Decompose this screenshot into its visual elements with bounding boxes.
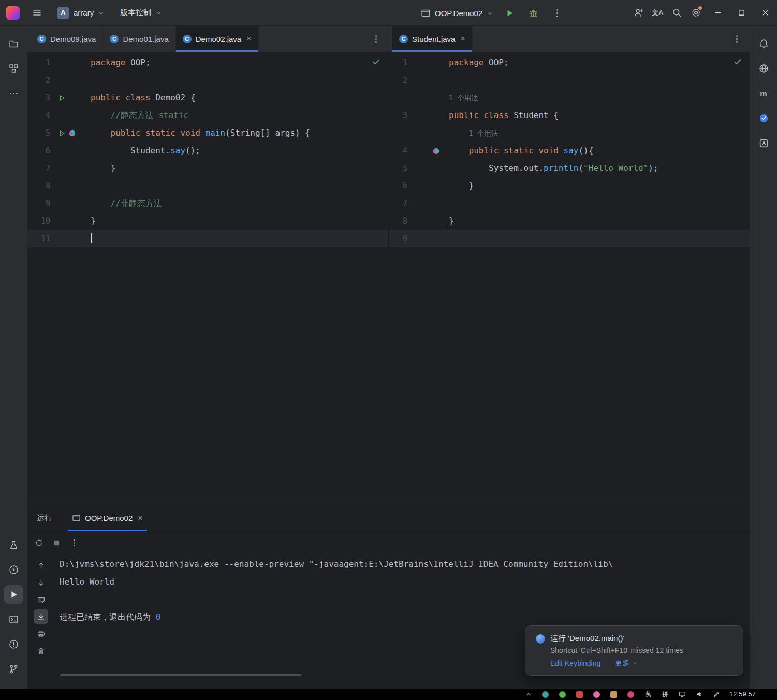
settings-button[interactable]: [686, 0, 706, 26]
terminal-tool-icon[interactable]: [4, 610, 23, 629]
code-line[interactable]: 3public class Student {: [389, 107, 750, 124]
problems-tool-icon[interactable]: [4, 635, 23, 653]
code-line[interactable]: 1package OOP;: [27, 54, 388, 71]
code-line[interactable]: 11: [27, 230, 388, 247]
print-icon[interactable]: [34, 626, 48, 641]
maven-tool-icon[interactable]: m: [754, 84, 773, 103]
taskbar-clock[interactable]: 12:59:57: [729, 691, 756, 698]
stop-button[interactable]: [49, 535, 64, 550]
ai-assistant-tool-icon[interactable]: [754, 134, 773, 152]
run-tool-icon[interactable]: [4, 585, 23, 604]
tray-app-green[interactable]: [559, 690, 567, 698]
project-selector[interactable]: A arrary: [54, 5, 108, 21]
code-line[interactable]: 7 }: [27, 159, 388, 177]
translate-button[interactable]: 文A: [648, 0, 667, 26]
code-line[interactable]: 9: [389, 230, 750, 247]
ime-mode-icon[interactable]: 拼: [661, 690, 669, 698]
tab-list-button[interactable]: [729, 31, 744, 47]
tray-volume-icon[interactable]: [695, 690, 703, 698]
editor-tab-Student.java[interactable]: CStudent.java×: [392, 26, 473, 52]
close-tab-icon[interactable]: ×: [460, 35, 465, 43]
editor-pane-student[interactable]: 1package OOP;21 个用法3public class Student…: [389, 52, 750, 505]
version-control-tool-icon[interactable]: [4, 660, 23, 678]
close-tab-icon[interactable]: ×: [246, 35, 251, 43]
code-line[interactable]: 1 个用法: [389, 124, 750, 142]
code-line[interactable]: 9 //非静态方法: [27, 195, 388, 212]
code-line[interactable]: 3public class Demo02 {: [27, 89, 388, 107]
scroll-to-end-icon[interactable]: [34, 609, 48, 624]
code-line[interactable]: 6 }: [389, 177, 750, 195]
method-gutter-icon[interactable]: [68, 129, 77, 138]
code-line[interactable]: 2: [27, 71, 388, 89]
notifications-icon[interactable]: [754, 34, 773, 53]
close-button[interactable]: [753, 0, 777, 26]
editor-pane-demo02[interactable]: 1package OOP;23public class Demo02 {4 //…: [27, 52, 389, 505]
method-gutter-icon[interactable]: [432, 147, 441, 155]
code-line[interactable]: 5 public static void main(String[] args)…: [27, 124, 388, 142]
gutter: [50, 212, 91, 230]
tab-label: Demo01.java: [123, 35, 168, 43]
tray-display-icon[interactable]: [678, 690, 686, 698]
prev-occurrence-icon[interactable]: [34, 558, 48, 573]
code-line[interactable]: 10}: [27, 212, 388, 230]
rerun-button[interactable]: [32, 535, 46, 550]
tray-pen-icon[interactable]: [712, 690, 721, 698]
tray-app-rose[interactable]: [627, 690, 635, 698]
code-line[interactable]: 4 public static void say(){: [389, 142, 750, 159]
editor-tab-Demo01.java[interactable]: CDemo01.java: [103, 26, 175, 52]
editor-tab-Demo02.java[interactable]: CDemo02.java×: [176, 26, 259, 52]
minimize-button[interactable]: [706, 0, 729, 26]
run-configuration-selector[interactable]: OOP.Demo02: [420, 8, 493, 18]
debug-button[interactable]: [525, 5, 541, 21]
project-tool-icon[interactable]: [4, 34, 23, 53]
clear-console-icon[interactable]: [34, 644, 48, 658]
code-line[interactable]: 7: [389, 195, 750, 212]
search-everywhere-button[interactable]: [667, 0, 686, 26]
gutter: [407, 124, 449, 142]
code-line[interactable]: 2: [389, 71, 750, 89]
code-line[interactable]: 1package OOP;: [389, 54, 750, 71]
ime-lang-icon[interactable]: 萬: [644, 690, 652, 698]
more-console-options-button[interactable]: [67, 535, 81, 550]
code-line[interactable]: 4 //静态方法 static: [27, 107, 388, 124]
settings-notification-dot: [698, 6, 702, 10]
close-tab-icon[interactable]: ×: [138, 514, 142, 522]
code-line[interactable]: 1 个用法: [389, 89, 750, 107]
vcs-selector[interactable]: 版本控制: [117, 6, 165, 20]
soft-wrap-icon[interactable]: [34, 592, 48, 607]
run-config-icon: [420, 8, 431, 18]
more-tool-windows-icon[interactable]: [4, 84, 23, 103]
code-line[interactable]: 5 System.out.println("Hello World");: [389, 159, 750, 177]
edit-keybinding-link[interactable]: Edit Keybinding: [550, 659, 600, 667]
run-console-tab[interactable]: OOP.Demo02 ×: [68, 505, 147, 531]
editor-tab-Demo09.java[interactable]: CDemo09.java: [31, 26, 103, 52]
console-hscrollbar[interactable]: [60, 674, 301, 676]
next-occurrence-icon[interactable]: [34, 575, 48, 590]
code-line[interactable]: 8}: [389, 212, 750, 230]
code-line[interactable]: 6 Student.say();: [27, 142, 388, 159]
code-with-me-button[interactable]: [629, 0, 648, 26]
run-gutter-icon[interactable]: [57, 129, 66, 138]
tab-list-button[interactable]: [368, 31, 384, 47]
more-link[interactable]: 更多: [615, 659, 638, 668]
tray-expand-icon[interactable]: [524, 690, 533, 698]
structure-tool-icon[interactable]: [4, 59, 23, 78]
tray-app-teal[interactable]: [541, 690, 550, 698]
plugin-tool-icon[interactable]: [754, 109, 773, 127]
translate-plugin-icon[interactable]: [754, 59, 773, 78]
tray-app-pink[interactable]: [593, 690, 601, 698]
inspections-ok-icon[interactable]: [372, 57, 381, 66]
tray-app-tan[interactable]: [610, 690, 618, 698]
services-tool-icon[interactable]: [4, 535, 23, 554]
code-line[interactable]: 8: [27, 177, 388, 195]
more-run-actions-button[interactable]: [549, 5, 565, 21]
tray-app-red[interactable]: [576, 690, 584, 698]
main-menu-button[interactable]: [29, 5, 45, 21]
run-gutter-icon[interactable]: [57, 94, 66, 103]
run-window-title: 运行: [37, 513, 52, 523]
run-button[interactable]: [502, 5, 517, 21]
inspections-ok-icon[interactable]: [733, 57, 742, 66]
code-text: public static void main(String[] args) {: [91, 124, 310, 142]
maximize-button[interactable]: [729, 0, 753, 26]
run-anything-icon[interactable]: [4, 560, 23, 579]
